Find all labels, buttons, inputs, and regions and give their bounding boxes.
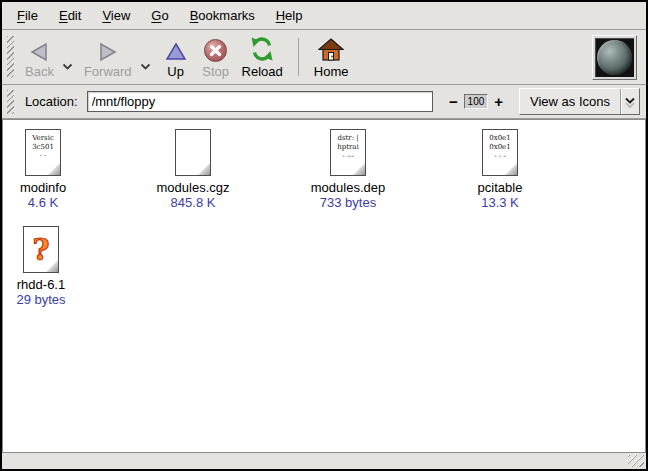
back-dropdown-chevron-icon[interactable] — [62, 59, 73, 74]
document-icon: Versic3c501· · — [25, 129, 61, 176]
view-mode-dropdown[interactable] — [620, 89, 639, 114]
chevron-down-icon — [624, 96, 636, 108]
up-button[interactable]: Up — [156, 33, 196, 81]
page-fold — [198, 163, 210, 175]
file-name: modinfo — [20, 180, 66, 195]
file-size: 29 bytes — [16, 292, 65, 307]
menu-go[interactable]: Go — [148, 6, 171, 25]
file-item[interactable]: dstr: |hptrai- --- modules.dep 733 bytes — [293, 129, 403, 210]
forward-button[interactable]: Forward — [78, 33, 138, 81]
document-icon — [175, 129, 211, 176]
file-item[interactable]: ? rhdd-6.1 29 bytes — [2, 226, 96, 307]
reload-icon — [249, 36, 275, 64]
location-bar-grip-handle[interactable] — [7, 90, 14, 114]
file-name: modules.dep — [311, 180, 385, 195]
file-item[interactable]: modules.cgz 845.8 K — [138, 129, 248, 210]
stop-button[interactable]: Stop — [196, 33, 236, 81]
zoom-in-button[interactable]: + — [492, 94, 505, 110]
page-fold — [48, 163, 60, 175]
back-icon — [29, 36, 49, 64]
back-button[interactable]: Back — [19, 33, 60, 81]
file-name: rhdd-6.1 — [17, 277, 65, 292]
resize-grip[interactable] — [628, 455, 644, 467]
file-item[interactable]: Versic3c501· · modinfo 4.6 K — [2, 129, 98, 210]
view-mode-label: View as Icons — [520, 89, 620, 114]
file-size: 13.3 K — [481, 195, 519, 210]
home-icon — [318, 36, 344, 64]
home-button[interactable]: Home — [308, 33, 355, 81]
file-name: modules.cgz — [157, 180, 230, 195]
menu-view[interactable]: View — [99, 6, 133, 25]
file-preview: Versic3c501· · — [26, 130, 60, 161]
file-size: 4.6 K — [28, 195, 58, 210]
throbber — [592, 35, 637, 80]
toolbar-separator — [298, 38, 299, 76]
reload-button[interactable]: Reload — [236, 33, 289, 81]
toolbar: Back Forward Up — [2, 30, 646, 85]
page-fold — [353, 163, 365, 175]
up-icon — [165, 36, 187, 64]
forward-icon — [98, 36, 118, 64]
zoom-level: 100 — [464, 94, 489, 109]
location-label: Location: — [25, 94, 78, 109]
menu-bar: File Edit View Go Bookmarks Help — [2, 2, 646, 30]
file-preview: 0x0e10x0e1- - - — [483, 130, 517, 161]
file-preview: dstr: |hptrai- --- — [331, 130, 365, 161]
forward-dropdown-chevron-icon[interactable] — [140, 59, 151, 74]
location-bar: Location: − 100 + View as Icons — [2, 85, 646, 119]
menu-help[interactable]: Help — [273, 6, 306, 25]
content-area: Versic3c501· · modinfo 4.6 K modules.cgz… — [2, 119, 646, 452]
menu-file[interactable]: File — [14, 6, 41, 25]
location-input[interactable] — [87, 91, 433, 112]
toolbar-grip-handle[interactable] — [7, 36, 14, 78]
file-size: 733 bytes — [320, 195, 376, 210]
document-icon: 0x0e10x0e1- - - — [482, 129, 518, 176]
question-mark-icon: ? — [33, 230, 50, 270]
file-item[interactable]: 0x0e10x0e1- - - pcitable 13.3 K — [445, 129, 555, 210]
throbber-orb-icon — [597, 40, 632, 75]
file-manager-window: File Edit View Go Bookmarks Help Back Fo… — [0, 0, 648, 471]
menu-bookmarks[interactable]: Bookmarks — [187, 6, 258, 25]
menu-edit[interactable]: Edit — [56, 6, 84, 25]
page-fold — [505, 163, 517, 175]
file-name: pcitable — [478, 180, 523, 195]
status-bar — [2, 452, 646, 469]
document-icon: dstr: |hptrai- --- — [330, 129, 366, 176]
zoom-out-button[interactable]: − — [447, 94, 460, 110]
file-size: 845.8 K — [171, 195, 216, 210]
unknown-file-icon: ? — [23, 226, 59, 273]
view-mode-button[interactable]: View as Icons — [519, 88, 640, 115]
stop-icon — [204, 36, 227, 64]
